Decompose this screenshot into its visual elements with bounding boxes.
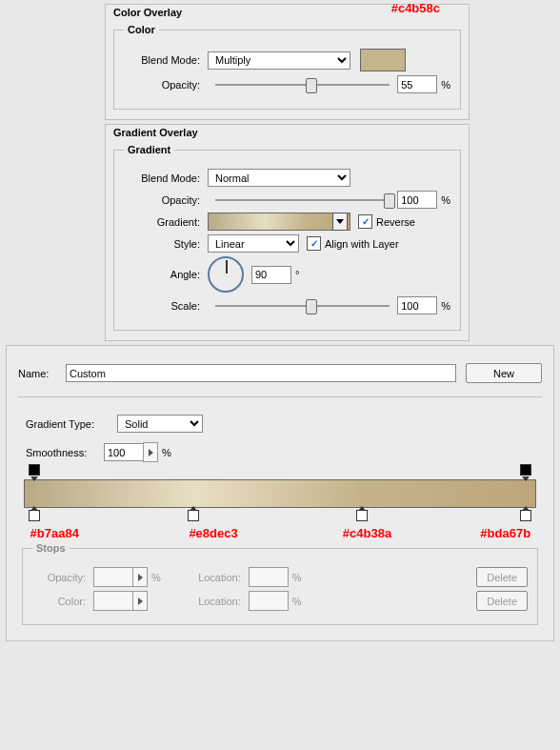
pct-label: % (441, 79, 450, 91)
scale-label: Scale: (124, 300, 200, 312)
opacity-slider[interactable] (215, 193, 390, 208)
color-swatch[interactable] (360, 49, 406, 71)
blend-mode-select[interactable]: Multiply (208, 51, 350, 70)
gradient-dropdown-button[interactable] (332, 213, 348, 231)
stop-location-label: Location: (180, 596, 241, 607)
annotation-stop-hex: #b7aa84 (30, 526, 79, 540)
opacity-stop[interactable] (29, 464, 40, 477)
stop-opacity-input[interactable] (93, 567, 133, 587)
opacity-label: Opacity: (124, 79, 200, 91)
annotation-stop-hex: #c4b38a (343, 526, 391, 540)
stops-legend: Stops (32, 542, 70, 554)
pct-label: % (151, 572, 161, 583)
smoothness-stepper[interactable] (143, 442, 158, 462)
gradient-type-label: Gradient Type: (26, 418, 117, 430)
stop-opacity-label: Opacity: (32, 572, 86, 583)
color-stop[interactable] (520, 510, 531, 523)
group-legend: Color (124, 24, 159, 35)
angle-label: Angle: (124, 269, 200, 280)
style-select[interactable]: Linear (208, 234, 299, 253)
reverse-checkbox[interactable]: ✓ (358, 214, 372, 229)
gradient-preview[interactable] (208, 213, 350, 231)
color-group: Color Blend Mode: Multiply Opacity: % (113, 24, 461, 110)
opacity-stop[interactable] (520, 464, 531, 477)
align-checkbox[interactable]: ✓ (307, 236, 321, 251)
gradient-name-input[interactable] (66, 364, 456, 382)
new-button[interactable]: New (466, 363, 542, 383)
pct-label: % (292, 572, 302, 583)
color-overlay-panel: #c4b58c Color Overlay Color Blend Mode: … (105, 4, 470, 120)
gradient-bar-fill[interactable] (24, 479, 536, 508)
chevron-right-icon (149, 449, 153, 456)
gradient-group: Gradient Blend Mode: Normal Opacity: % G… (113, 144, 461, 331)
opacity-slider[interactable] (215, 77, 390, 92)
gradient-bar: #b7aa84 #e8dec3 #c4b38a #bda67b (24, 479, 536, 508)
delete-button[interactable]: Delete (476, 567, 528, 587)
name-label: Name: (18, 368, 66, 379)
gradient-type-select[interactable]: Solid (117, 415, 203, 433)
style-label: Style: (124, 238, 200, 250)
pct-label: % (162, 447, 171, 458)
deg-label: ° (295, 269, 299, 280)
stop-location-label: Location: (180, 572, 241, 583)
stops-group: Stops Opacity: % Location: % Delete Colo… (22, 542, 538, 625)
color-stop[interactable] (356, 510, 368, 523)
blend-mode-label: Blend Mode: (124, 172, 200, 184)
stop-color-picker-button[interactable] (132, 591, 148, 611)
chevron-down-icon (336, 219, 344, 224)
chevron-right-icon (138, 598, 143, 605)
color-stop[interactable] (29, 510, 40, 523)
blend-mode-select[interactable]: Normal (208, 169, 350, 187)
opacity-input[interactable] (397, 191, 437, 209)
pct-label: % (441, 194, 450, 206)
blend-mode-label: Blend Mode: (124, 54, 200, 66)
pct-label: % (441, 300, 450, 312)
align-label: Align with Layer (325, 238, 399, 250)
annotation-stop-hex: #bda67b (480, 526, 530, 540)
smoothness-label: Smoothness: (26, 447, 104, 458)
scale-input[interactable] (397, 296, 437, 314)
gradient-overlay-panel: Gradient Overlay Gradient Blend Mode: No… (105, 124, 470, 341)
gradient-editor-panel: Name: New Gradient Type: Solid Smoothnes… (6, 345, 554, 641)
annotation-stop-hex: #e8dec3 (189, 526, 237, 540)
color-stop[interactable] (188, 510, 199, 523)
stop-location-input[interactable] (249, 567, 289, 587)
stop-opacity-stepper[interactable] (132, 567, 148, 587)
panel-title: Color Overlay (113, 7, 461, 18)
angle-input[interactable] (251, 266, 291, 284)
group-legend: Gradient (124, 144, 174, 155)
smoothness-input[interactable] (104, 443, 144, 461)
reverse-label: Reverse (376, 216, 415, 228)
stop-location-input[interactable] (249, 591, 289, 611)
stop-color-swatch[interactable] (93, 591, 133, 611)
angle-dial[interactable] (208, 256, 244, 293)
delete-button[interactable]: Delete (476, 591, 528, 611)
gradient-label: Gradient: (124, 216, 200, 228)
panel-title: Gradient Overlay (113, 127, 461, 138)
opacity-label: Opacity: (124, 194, 200, 206)
opacity-input[interactable] (397, 75, 437, 93)
editor-inner: Gradient Type: Solid Smoothness: % #b7aa… (18, 396, 542, 629)
stop-color-label: Color: (32, 596, 86, 607)
pct-label: % (292, 596, 302, 607)
chevron-right-icon (138, 574, 143, 581)
scale-slider[interactable] (215, 298, 390, 314)
